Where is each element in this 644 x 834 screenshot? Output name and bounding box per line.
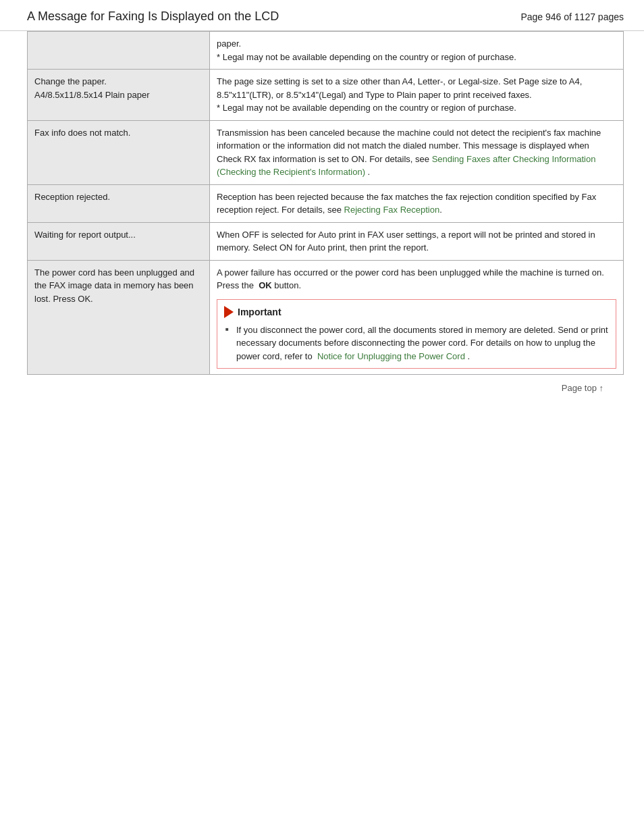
row3-dot: . xyxy=(365,167,370,177)
table-cell-left: Reception rejected. xyxy=(28,184,210,222)
table-row: Fax info does not match. Transmission ha… xyxy=(28,120,624,184)
row2-left-line2: A4/8.5x11/8.5x14 Plain paper xyxy=(34,90,150,100)
row1-text2: * Legal may not be available depending o… xyxy=(217,52,516,62)
row6-ok-bold: OK xyxy=(259,280,272,290)
important-box: Important If you disconnect the power co… xyxy=(217,299,616,369)
row4-left: Reception rejected. xyxy=(34,192,110,202)
table-row: Change the paper. A4/8.5x11/8.5x14 Plain… xyxy=(28,70,624,121)
row1-text1: paper. xyxy=(217,38,241,49)
table-cell-right: The page size setting is set to a size o… xyxy=(210,70,624,121)
page-top-link[interactable]: Page top ↑ xyxy=(562,383,603,393)
important-label: Important xyxy=(238,305,281,319)
table-row: Waiting for report output... When OFF is… xyxy=(28,222,624,260)
content-table: paper. * Legal may not be available depe… xyxy=(27,31,624,375)
important-triangle-icon xyxy=(224,306,234,318)
important-list: If you disconnect the power cord, all th… xyxy=(224,323,609,363)
row2-left-line1: Change the paper. xyxy=(34,76,107,86)
page-top-container: Page top ↑ xyxy=(27,375,624,393)
important-list-item: If you disconnect the power cord, all th… xyxy=(224,323,609,363)
rejecting-fax-link[interactable]: Rejecting Fax Reception xyxy=(344,205,440,215)
row5-right-text: When OFF is selected for Auto print in F… xyxy=(217,230,595,253)
table-cell-right: When OFF is selected for Auto print in F… xyxy=(210,222,624,260)
row3-left: Fax info does not match. xyxy=(34,128,130,138)
table-cell-left xyxy=(28,32,210,70)
table-cell-right: Reception has been rejected because the … xyxy=(210,184,624,222)
row6-left: The power cord has been unplugged and th… xyxy=(34,267,194,304)
table-row: The power cord has been unplugged and th… xyxy=(28,260,624,375)
table-row: paper. * Legal may not be available depe… xyxy=(28,32,624,70)
page-title: A Message for Faxing Is Displayed on the… xyxy=(27,9,279,24)
row2-right-text2: * Legal may not be available depending o… xyxy=(217,103,516,113)
table-cell-right: Transmission has been canceled because t… xyxy=(210,120,624,184)
important-header: Important xyxy=(224,305,609,319)
table-cell-left: Waiting for report output... xyxy=(28,222,210,260)
table-cell-left: Fax info does not match. xyxy=(28,120,210,184)
important-text-after: . xyxy=(465,351,470,361)
table-row: Reception rejected. Reception has been r… xyxy=(28,184,624,222)
row5-left: Waiting for report output... xyxy=(34,230,136,240)
table-cell-left: The power cord has been unplugged and th… xyxy=(28,260,210,375)
page-top-label: Page top xyxy=(562,383,597,393)
row2-right-text1: The page size setting is set to a size o… xyxy=(217,76,582,100)
table-cell-right: A power failure has occurred or the powe… xyxy=(210,260,624,375)
page-top-arrow: ↑ xyxy=(599,383,604,393)
row4-dot: . xyxy=(439,205,442,215)
notice-unplugging-link[interactable]: Notice for Unplugging the Power Cord xyxy=(317,351,465,361)
table-cell-left: Change the paper. A4/8.5x11/8.5x14 Plain… xyxy=(28,70,210,121)
table-cell-right: paper. * Legal may not be available depe… xyxy=(210,32,624,70)
row6-right-text2: button. xyxy=(272,280,301,290)
page-number: Page 946 of 1127 pages xyxy=(520,11,624,22)
